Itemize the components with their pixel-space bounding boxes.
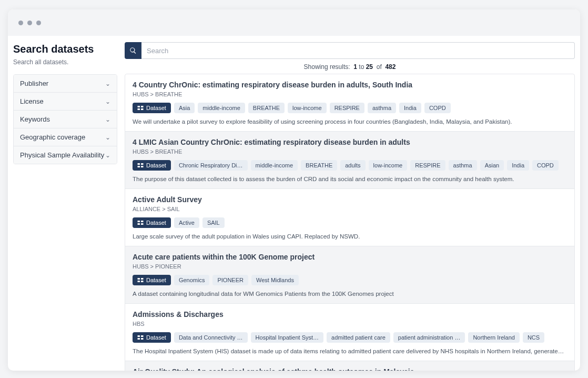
search-row [125,42,575,59]
svg-rect-17 [138,338,140,340]
tag[interactable]: BREATHE [248,103,285,113]
dataset-badge-label: Dataset [146,105,166,111]
tag[interactable]: Hospital Inpatient Syst… [251,332,323,343]
result-breadcrumb: ALLIANCE > SAIL [133,206,567,212]
dataset-badge-label: Dataset [146,220,166,226]
tag[interactable]: BREATHE [301,160,337,171]
sidebar: Search datasets Search all datasets. Pub… [13,42,117,164]
meta-prefix: Showing results: [304,63,350,71]
tag-row: DatasetAsiamiddle-incomeBREATHElow-incom… [133,103,567,113]
chevron-down-icon: ⌄ [105,116,110,123]
dataset-badge[interactable]: Dataset [133,217,171,228]
svg-rect-18 [141,335,144,337]
tag[interactable]: NCS [523,332,544,343]
search-button[interactable] [125,42,141,59]
tag[interactable]: asthma [449,160,477,171]
tag[interactable]: Active [174,217,199,228]
dataset-icon [137,220,144,225]
filter-physical-sample-availability[interactable]: Physical Sample Availability⌄ [14,146,117,164]
svg-rect-5 [138,166,140,167]
dataset-badge[interactable]: Dataset [133,160,171,171]
svg-rect-10 [141,221,144,222]
tag[interactable]: middle-income [251,160,298,171]
svg-rect-3 [141,108,144,110]
app-window: Search datasets Search all datasets. Pub… [8,9,580,371]
dataset-icon [137,163,144,168]
tag[interactable]: adults [340,160,365,171]
filter-keywords[interactable]: Keywords⌄ [14,111,117,128]
filter-label: Publisher [20,79,48,87]
result-description: The purpose of this dataset collected is… [133,176,567,182]
tag[interactable]: low-income [288,103,327,113]
search-input[interactable] [141,42,575,59]
tag[interactable]: middle-income [198,103,245,113]
chevron-down-icon: ⌄ [105,134,110,141]
results-meta: Showing results: 1 to 25 of 482 [125,63,575,71]
result-breadcrumb: HUBS > PIONEER [133,263,567,270]
result-row[interactable]: Acute care patients within the 100K Geno… [125,246,574,304]
svg-rect-12 [138,278,140,280]
svg-rect-11 [141,223,144,225]
result-row[interactable]: Active Adult SurveyALLIANCE > SAILDatase… [125,189,574,246]
dataset-badge-label: Dataset [146,277,166,283]
tag[interactable]: asthma [368,103,396,113]
result-description: The Hospital Inpatient System (HIS) data… [133,348,567,354]
dataset-icon [137,335,144,340]
tag[interactable]: Asia [174,103,195,113]
filter-list: Publisher⌄License⌄Keywords⌄Geographic co… [13,74,117,164]
svg-rect-1 [138,108,140,110]
dataset-badge[interactable]: Dataset [133,103,171,113]
svg-rect-13 [138,281,140,282]
dataset-icon [137,277,144,283]
tag-row: DatasetData and Connectivity …Hospital I… [133,332,567,343]
dataset-badge-label: Dataset [146,162,166,168]
tag[interactable]: West Midlands [251,275,299,285]
chevron-down-icon: ⌄ [105,152,110,159]
svg-rect-4 [138,163,140,165]
filter-license[interactable]: License⌄ [14,93,117,111]
page-subtitle: Search all datasets. [13,58,117,66]
filter-geographic-coverage[interactable]: Geographic coverage⌄ [14,128,117,146]
result-description: A dataset containing longitudinal data f… [133,291,567,297]
result-row[interactable]: 4 LMIC Asian Country ChrOnic: estimating… [125,132,574,189]
tag[interactable]: Northern Ireland [468,332,520,343]
app-body: Search datasets Search all datasets. Pub… [8,36,580,371]
tag[interactable]: India [399,103,421,113]
dataset-badge[interactable]: Dataset [133,275,171,285]
tag[interactable]: Chronic Respiratory Di… [174,160,248,171]
dataset-icon [137,105,144,111]
filter-publisher[interactable]: Publisher⌄ [14,75,117,93]
page-title: Search datasets [13,43,117,55]
tag[interactable]: Genomics [174,275,210,285]
tag[interactable]: low-income [369,160,408,171]
result-title: 4 Country ChrOnic: estimating respirator… [133,81,567,89]
tag[interactable]: India [507,160,529,171]
window-dot [36,21,41,25]
meta-from: 1 [353,63,357,71]
tag[interactable]: RESPIRE [410,160,445,171]
tag[interactable]: Asian [480,160,504,171]
tag[interactable]: admitted patient care [327,332,390,343]
result-row[interactable]: 4 Country ChrOnic: estimating respirator… [125,74,574,132]
svg-rect-19 [141,338,144,340]
result-title: Active Adult Survey [133,195,567,204]
dataset-badge-label: Dataset [146,334,166,341]
tag[interactable]: patient administration … [393,332,465,343]
result-breadcrumb: HUBS > BREATHE [133,91,567,97]
tag-row: DatasetChronic Respiratory Di…middle-inc… [133,160,567,171]
tag[interactable]: Data and Connectivity … [174,332,248,343]
tag[interactable]: COPD [424,103,451,113]
tag[interactable]: RESPIRE [330,103,364,113]
result-row[interactable]: Admissions & DischargesHBSDatasetData an… [125,304,574,361]
chevron-down-icon: ⌄ [105,80,110,87]
filter-label: Physical Sample Availability [20,151,104,159]
tag[interactable]: COPD [532,160,559,171]
meta-total: 482 [385,63,396,71]
result-row[interactable]: Air Quality Study: An ecological analysi… [125,361,574,371]
window-titlebar [8,9,580,36]
svg-rect-8 [138,221,140,222]
dataset-badge[interactable]: Dataset [133,332,171,343]
tag[interactable]: PIONEER [212,275,248,285]
tag[interactable]: SAIL [202,217,225,228]
filter-label: License [20,97,44,105]
